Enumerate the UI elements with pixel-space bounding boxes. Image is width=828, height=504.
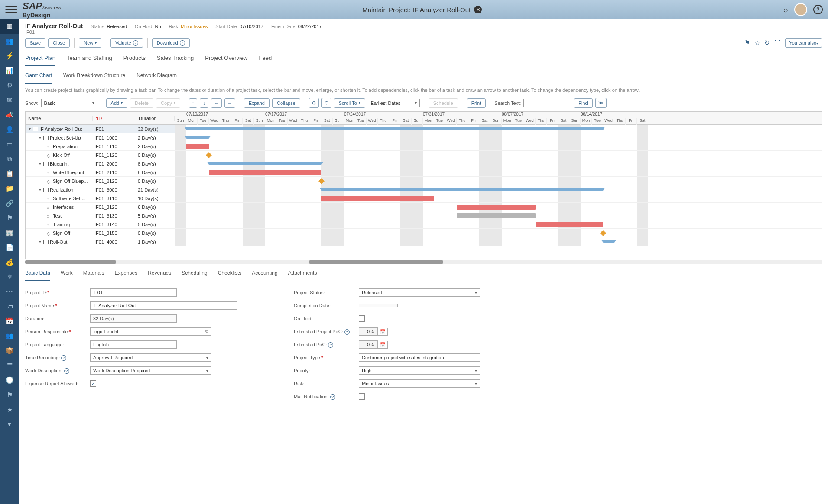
shell-title: Maintain Project: IF Analyzer Roll-Out ✕ xyxy=(61,6,783,13)
help-icon[interactable]: ? xyxy=(813,5,823,14)
user-avatar[interactable] xyxy=(794,3,807,16)
shell-header: SAP®Business ByDesign Maintain Project: … xyxy=(0,0,828,19)
sap-logo: SAP®Business ByDesign xyxy=(23,0,61,19)
hamburger-icon[interactable] xyxy=(5,3,17,16)
close-tab-icon[interactable]: ✕ xyxy=(474,6,482,13)
search-icon[interactable]: ⌕ xyxy=(783,5,788,14)
